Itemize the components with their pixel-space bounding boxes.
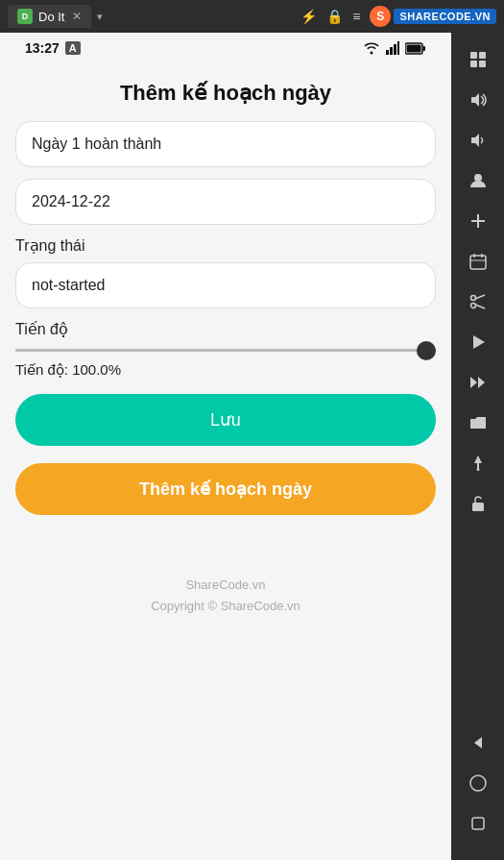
svg-rect-15 <box>471 220 485 222</box>
sidebar-forward-icon[interactable] <box>461 365 495 400</box>
tab-doit[interactable]: D Do It ✕ <box>8 5 91 28</box>
status-bar: 13:27 A <box>15 33 436 63</box>
progress-value: Tiến độ: 100.0% <box>15 361 436 379</box>
status-label: Trạng thái <box>15 236 436 255</box>
sidebar-person-icon[interactable] <box>461 163 495 198</box>
sidebar-right <box>451 33 504 860</box>
sidebar-scissors-icon[interactable] <box>461 284 495 319</box>
svg-rect-5 <box>423 46 426 51</box>
status-indicator: A <box>65 41 81 55</box>
svg-line-23 <box>475 305 485 308</box>
svg-marker-11 <box>471 93 479 107</box>
svg-marker-30 <box>474 737 482 749</box>
lock-icon[interactable]: 🔒 <box>326 9 343 24</box>
svg-rect-7 <box>470 52 477 59</box>
svg-point-21 <box>470 304 475 308</box>
status-time: 13:27 <box>25 40 60 56</box>
svg-rect-16 <box>470 256 486 269</box>
sidebar-lock-open-icon[interactable] <box>461 486 495 521</box>
app-content: 13:27 A <box>0 33 451 860</box>
progress-slider[interactable] <box>15 349 436 352</box>
svg-point-13 <box>474 174 482 182</box>
svg-rect-3 <box>397 41 399 55</box>
sidebar-play-icon[interactable] <box>461 325 495 359</box>
sidebar-volume-up-icon[interactable] <box>461 83 495 117</box>
svg-rect-2 <box>394 44 396 55</box>
svg-marker-26 <box>478 377 485 388</box>
lightning-icon[interactable]: ⚡ <box>300 9 317 24</box>
sidebar-calendar-icon[interactable] <box>461 244 495 279</box>
sharecode-badge: SHARECODE.VN <box>394 9 496 24</box>
svg-rect-32 <box>472 818 484 829</box>
svg-rect-9 <box>470 61 477 67</box>
tab-label: Do It <box>38 10 64 24</box>
tab-close-icon[interactable]: ✕ <box>72 10 82 23</box>
sidebar-grid-icon[interactable] <box>461 42 495 77</box>
title-bar: D Do It ✕ ▾ ⚡ 🔒 ≡ S SHARECODE.VN <box>0 0 504 33</box>
tab-app-icon: D <box>17 9 33 24</box>
signal-icon <box>386 41 399 55</box>
footer-line1: ShareCode.vn <box>15 575 436 596</box>
sidebar-volume-down-icon[interactable] <box>461 123 495 158</box>
status-input[interactable] <box>15 262 436 308</box>
title-bar-right: ⚡ 🔒 ≡ S SHARECODE.VN <box>300 6 496 27</box>
menu-icon[interactable]: ≡ <box>352 9 360 24</box>
svg-rect-6 <box>407 44 421 52</box>
add-plan-button[interactable]: Thêm kế hoạch ngày <box>15 463 436 515</box>
date-input[interactable] <box>15 179 436 225</box>
svg-marker-24 <box>473 335 485 349</box>
svg-marker-25 <box>470 377 477 388</box>
status-bar-right <box>363 41 426 55</box>
svg-marker-12 <box>471 134 479 147</box>
page-title: Thêm kế hoạch ngày <box>15 63 436 121</box>
wifi-icon <box>363 41 380 55</box>
sharecode-logo-icon: S <box>370 6 391 27</box>
battery-icon <box>405 42 426 55</box>
svg-point-28 <box>476 468 479 471</box>
plan-name-input[interactable] <box>15 121 436 167</box>
sidebar-square-icon[interactable] <box>461 806 495 841</box>
svg-rect-1 <box>390 47 393 55</box>
svg-rect-0 <box>386 50 389 55</box>
sidebar-home-circle-icon[interactable] <box>461 766 495 800</box>
sidebar-back-icon[interactable] <box>461 725 495 760</box>
footer-line2: Copyright © ShareCode.vn <box>15 596 436 617</box>
svg-line-22 <box>475 295 485 299</box>
progress-section: Tiến độ Tiến độ: 100.0% <box>15 320 436 379</box>
svg-rect-29 <box>472 503 484 511</box>
tab-dropdown-icon[interactable]: ▾ <box>97 11 103 23</box>
svg-rect-10 <box>479 61 486 67</box>
footer: ShareCode.vn Copyright © ShareCode.vn <box>15 575 436 617</box>
progress-label: Tiến độ <box>15 321 68 337</box>
svg-point-20 <box>470 296 475 301</box>
sidebar-pin-icon[interactable] <box>461 446 495 480</box>
save-button[interactable]: Lưu <box>15 394 436 446</box>
sidebar-plus-icon[interactable] <box>461 204 495 238</box>
sidebar-folder-icon[interactable] <box>461 405 495 440</box>
svg-point-31 <box>470 775 486 791</box>
svg-rect-8 <box>479 52 486 59</box>
